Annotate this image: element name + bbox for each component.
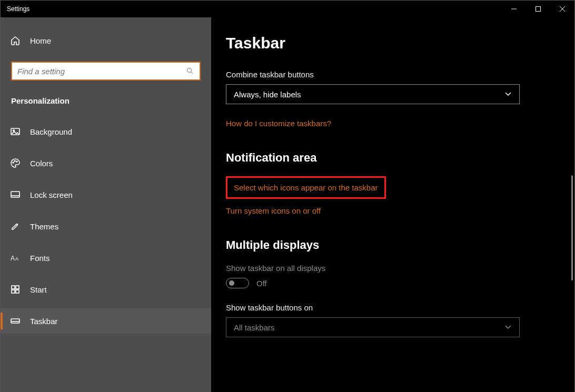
sidebar-item-colors[interactable]: Colors <box>1 150 211 176</box>
sidebar-item-label: Colors <box>30 159 53 168</box>
home-icon <box>10 35 21 46</box>
close-icon <box>560 6 565 12</box>
link-select-icons[interactable]: Select which icons appear on the taskbar <box>234 183 378 192</box>
maximize-icon <box>536 6 541 12</box>
show-all-displays-toggle-row: Off <box>226 278 560 288</box>
search-box[interactable] <box>11 62 201 81</box>
show-all-displays-toggle[interactable] <box>226 278 249 288</box>
svg-point-10 <box>16 161 17 162</box>
svg-rect-19 <box>11 319 19 323</box>
nav-home[interactable]: Home <box>1 29 211 52</box>
link-system-icons[interactable]: Turn system icons on or off <box>226 206 560 215</box>
show-buttons-dropdown[interactable]: All taskbars <box>226 317 520 337</box>
picture-icon <box>10 126 21 137</box>
svg-point-4 <box>187 68 191 72</box>
svg-rect-17 <box>12 290 15 293</box>
sidebar-item-background[interactable]: Background <box>1 119 211 144</box>
svg-rect-15 <box>12 286 15 289</box>
close-button[interactable] <box>550 1 574 17</box>
nav-home-label: Home <box>30 36 51 45</box>
show-all-displays-label: Show taskbar on all displays <box>226 264 560 273</box>
combine-value: Always, hide labels <box>234 90 301 99</box>
settings-window: Settings Home <box>0 0 575 392</box>
window-title: Settings <box>1 5 29 13</box>
sidebar-item-themes[interactable]: Themes <box>1 214 211 239</box>
sidebar-item-taskbar[interactable]: Taskbar <box>1 308 211 334</box>
window-controls <box>502 1 574 17</box>
sidebar-item-label: Lock screen <box>30 190 73 199</box>
taskbar-icon <box>10 316 21 326</box>
combine-dropdown[interactable]: Always, hide labels <box>226 84 520 104</box>
lockscreen-icon <box>10 189 21 200</box>
svg-text:A: A <box>15 256 18 262</box>
combine-label: Combine taskbar buttons <box>226 70 560 79</box>
chevron-down-icon <box>504 323 512 332</box>
sidebar-item-fonts[interactable]: AA Fonts <box>1 245 211 270</box>
svg-rect-1 <box>536 7 541 12</box>
sidebar: Home Personalization Background Colors <box>1 17 211 392</box>
titlebar: Settings <box>1 1 574 17</box>
page-title: Taskbar <box>226 34 560 52</box>
show-buttons-label: Show taskbar buttons on <box>226 303 560 312</box>
content-pane: Taskbar Combine taskbar buttons Always, … <box>211 17 574 392</box>
search-icon <box>181 67 200 75</box>
fonts-icon: AA <box>10 253 21 263</box>
sidebar-item-start[interactable]: Start <box>1 277 211 302</box>
chevron-down-icon <box>504 90 512 99</box>
toggle-knob <box>229 280 234 286</box>
sidebar-nav: Background Colors Lock screen Themes AA … <box>1 119 211 334</box>
section-multiple-displays: Multiple displays <box>226 238 560 252</box>
svg-rect-16 <box>16 286 19 289</box>
sidebar-item-label: Taskbar <box>30 317 58 326</box>
maximize-button[interactable] <box>526 1 550 17</box>
start-icon <box>10 284 21 295</box>
search-input[interactable] <box>12 67 181 76</box>
toggle-state-label: Off <box>256 279 267 288</box>
minimize-button[interactable] <box>502 1 526 17</box>
palette-icon <box>10 158 21 168</box>
sidebar-item-label: Background <box>30 127 72 136</box>
themes-icon <box>10 221 21 232</box>
sidebar-item-lockscreen[interactable]: Lock screen <box>1 182 211 207</box>
scrollbar-thumb[interactable] <box>571 175 573 280</box>
svg-rect-11 <box>11 192 19 197</box>
highlight-select-icons: Select which icons appear on the taskbar <box>226 176 386 199</box>
window-body: Home Personalization Background Colors <box>1 17 574 392</box>
sidebar-category: Personalization <box>1 88 211 119</box>
svg-rect-18 <box>16 290 19 293</box>
section-notification-area: Notification area <box>226 151 560 165</box>
svg-point-7 <box>13 130 15 132</box>
show-buttons-value: All taskbars <box>234 323 275 332</box>
sidebar-item-label: Start <box>30 285 47 294</box>
svg-text:A: A <box>11 255 15 262</box>
link-customize-taskbars[interactable]: How do I customize taskbars? <box>226 119 560 128</box>
svg-point-9 <box>14 160 15 162</box>
svg-point-8 <box>13 162 14 163</box>
minimize-icon <box>511 6 517 12</box>
sidebar-item-label: Themes <box>30 222 58 231</box>
svg-line-5 <box>191 72 193 74</box>
sidebar-item-label: Fonts <box>30 254 50 263</box>
